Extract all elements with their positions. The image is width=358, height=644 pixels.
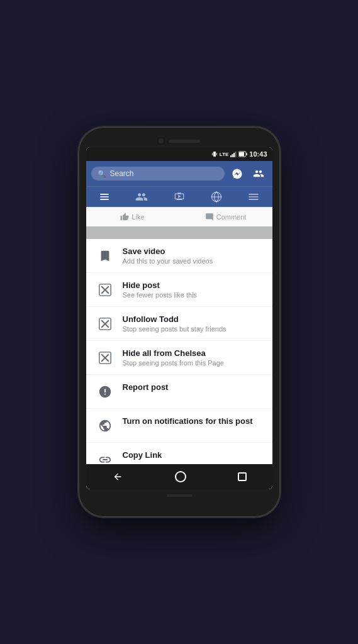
svg-rect-11 bbox=[177, 192, 181, 194]
home-button[interactable] bbox=[175, 471, 186, 482]
home-nav-icon bbox=[98, 191, 111, 203]
svg-rect-4 bbox=[232, 154, 233, 157]
back-icon bbox=[113, 472, 123, 482]
save-video-title: Save video bbox=[123, 247, 213, 256]
like-button[interactable]: Like bbox=[86, 208, 179, 226]
battery-icon bbox=[238, 151, 247, 157]
notifications-icon-container bbox=[96, 417, 114, 435]
unfollow-todd-title: Unfollow Todd bbox=[123, 314, 227, 324]
context-menu: Save video Add this to your saved videos… bbox=[86, 239, 272, 464]
report-post-text: Report post bbox=[123, 382, 169, 392]
menu-nav-icon bbox=[247, 191, 260, 203]
report-icon-container bbox=[96, 383, 114, 401]
watch-nav-icon bbox=[173, 191, 186, 203]
bookmark-icon bbox=[98, 249, 112, 263]
friends-icon bbox=[253, 168, 264, 179]
save-video-icon-container bbox=[96, 247, 114, 265]
lte-indicator: LTE bbox=[220, 152, 229, 157]
menu-item-report-post[interactable]: Report post bbox=[86, 375, 272, 409]
signal-icon bbox=[230, 151, 237, 157]
nav-menu[interactable] bbox=[235, 187, 272, 207]
facebook-nav bbox=[86, 186, 272, 207]
menu-item-copy-link[interactable]: Copy Link bbox=[86, 443, 272, 464]
menu-item-hide-post[interactable]: Hide post See fewer posts like this bbox=[86, 273, 272, 307]
copy-link-icon-container bbox=[96, 451, 114, 464]
menu-item-unfollow-todd[interactable]: Unfollow Todd Stop seeing posts but stay… bbox=[86, 307, 272, 341]
svg-rect-3 bbox=[230, 155, 232, 157]
comment-label: Comment bbox=[216, 213, 247, 221]
hide-post-icon-container bbox=[96, 281, 114, 299]
report-post-title: Report post bbox=[123, 382, 169, 392]
friends-nav-icon bbox=[135, 191, 148, 203]
nav-marketplace[interactable] bbox=[198, 187, 235, 207]
search-bar[interactable]: 🔍 Search bbox=[91, 167, 225, 180]
back-button[interactable] bbox=[111, 470, 124, 483]
unfollow-todd-subtitle: Stop seeing posts but stay friends bbox=[123, 325, 227, 333]
android-bottom-nav bbox=[86, 464, 272, 489]
svg-marker-12 bbox=[178, 195, 181, 198]
unfollow-icon bbox=[98, 317, 112, 331]
phone-bottom-bar bbox=[86, 494, 272, 497]
link-icon bbox=[98, 453, 112, 464]
hide-chelsea-text: Hide all from Chelsea Stop seeing posts … bbox=[123, 348, 224, 367]
menu-item-hide-chelsea[interactable]: Hide all from Chelsea Stop seeing posts … bbox=[86, 341, 272, 375]
notifications-title: Turn on notifications for this post bbox=[123, 416, 253, 426]
nav-watch[interactable] bbox=[160, 187, 198, 207]
speaker-grille bbox=[169, 140, 200, 143]
hide-chelsea-title: Hide all from Chelsea bbox=[123, 348, 224, 358]
status-bar: LTE 10:43 bbox=[86, 147, 272, 161]
svg-rect-1 bbox=[212, 153, 213, 155]
comment-button[interactable]: Comment bbox=[179, 208, 272, 226]
svg-rect-8 bbox=[247, 153, 248, 155]
hide-post-title: Hide post bbox=[123, 280, 198, 290]
svg-rect-2 bbox=[216, 153, 217, 155]
svg-rect-0 bbox=[213, 152, 216, 157]
nav-home[interactable] bbox=[86, 187, 123, 207]
vibrate-icon bbox=[211, 151, 218, 157]
status-icons: LTE 10:43 bbox=[211, 150, 267, 158]
unfollow-icon-container bbox=[96, 315, 114, 333]
comment-icon bbox=[205, 213, 214, 221]
post-action-bar: Like Comment bbox=[86, 207, 272, 226]
status-time: 10:43 bbox=[249, 150, 267, 158]
copy-link-text: Copy Link bbox=[123, 450, 162, 460]
hide-post-text: Hide post See fewer posts like this bbox=[123, 280, 198, 299]
svg-rect-9 bbox=[239, 152, 244, 156]
bottom-speaker bbox=[167, 494, 192, 497]
marketplace-nav-icon bbox=[210, 191, 223, 203]
hide-chelsea-subtitle: Stop seeing posts from this Page bbox=[123, 359, 224, 367]
menu-item-notifications[interactable]: Turn on notifications for this post bbox=[86, 409, 272, 443]
save-video-text: Save video Add this to your saved videos bbox=[123, 247, 213, 265]
svg-rect-6 bbox=[235, 152, 237, 157]
camera-dot bbox=[159, 138, 164, 143]
facebook-header: 🔍 Search bbox=[86, 161, 272, 186]
dimmed-post-area bbox=[86, 226, 272, 239]
copy-link-title: Copy Link bbox=[123, 450, 162, 460]
notifications-text: Turn on notifications for this post bbox=[123, 416, 253, 426]
phone-top-bar bbox=[86, 138, 272, 143]
search-placeholder: Search bbox=[110, 169, 134, 178]
hide-post-icon bbox=[98, 283, 112, 297]
report-icon bbox=[98, 385, 112, 399]
like-icon bbox=[120, 213, 129, 221]
globe-icon bbox=[98, 419, 112, 433]
messenger-button[interactable] bbox=[228, 165, 246, 182]
hide-post-subtitle: See fewer posts like this bbox=[123, 291, 198, 299]
nav-friends[interactable] bbox=[123, 187, 160, 207]
svg-rect-10 bbox=[176, 199, 181, 200]
svg-rect-5 bbox=[233, 153, 235, 157]
unfollow-todd-text: Unfollow Todd Stop seeing posts but stay… bbox=[123, 314, 227, 333]
menu-item-save-video[interactable]: Save video Add this to your saved videos bbox=[86, 239, 272, 273]
phone-device: LTE 10:43 🔍 Se bbox=[79, 127, 280, 517]
like-label: Like bbox=[131, 213, 144, 221]
phone-screen: LTE 10:43 🔍 Se bbox=[86, 147, 272, 489]
recents-button[interactable] bbox=[238, 472, 247, 481]
save-video-subtitle: Add this to your saved videos bbox=[123, 257, 213, 265]
hide-all-icon bbox=[98, 351, 112, 365]
friends-button[interactable] bbox=[250, 165, 267, 182]
hide-chelsea-icon-container bbox=[96, 349, 114, 367]
messenger-icon bbox=[232, 168, 243, 179]
search-icon: 🔍 bbox=[98, 170, 106, 178]
